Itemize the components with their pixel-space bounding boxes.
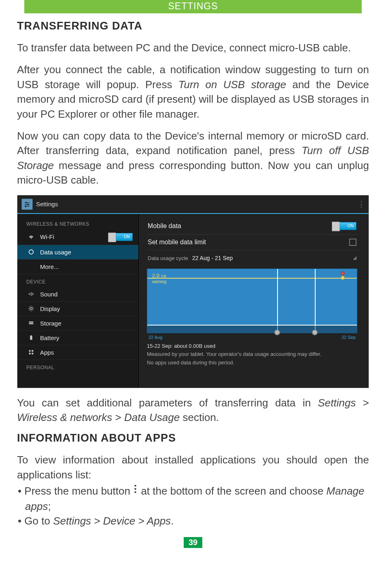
text: message and press corresponding button. … <box>17 159 369 186</box>
usage-empty: No apps used data during this period. <box>147 359 357 367</box>
svg-point-1 <box>25 202 27 203</box>
sidebar-item-label: Storage <box>40 320 62 327</box>
dropdown-icon[interactable]: ◢ <box>353 255 356 260</box>
paragraph: Now you can copy data to the Device's in… <box>17 129 369 188</box>
sound-icon <box>28 291 34 297</box>
range-handle-start[interactable] <box>274 330 280 335</box>
page-header: SETTINGS <box>24 0 362 13</box>
range-handle-end[interactable] <box>312 330 318 335</box>
text: • Go to <box>18 515 53 527</box>
data-usage-icon <box>28 249 34 255</box>
row-mobile-data[interactable]: Mobile data ON <box>147 218 357 235</box>
sidebar-item-label: Display <box>40 305 60 312</box>
text: . <box>171 515 174 527</box>
battery-icon <box>28 334 34 341</box>
warning-line[interactable] <box>147 278 357 279</box>
settings-screenshot: Settings ⋮ WIRELESS & NETWORKS Wi-Fi ON <box>17 195 369 388</box>
toggle-label: ON <box>348 224 354 228</box>
paragraph: You can set additional parameters of tra… <box>17 396 369 425</box>
sidebar-item-more[interactable]: More... <box>17 260 138 274</box>
emphasis: Data Usage <box>124 411 180 423</box>
svg-rect-11 <box>31 335 32 336</box>
text: > <box>363 397 369 409</box>
wifi-toggle[interactable]: ON <box>108 233 133 241</box>
svg-rect-8 <box>29 321 34 323</box>
text: > <box>115 411 124 423</box>
list-item: • Go to Settings > Device > Apps. <box>25 514 369 528</box>
sidebar-item-battery[interactable]: Battery <box>17 331 138 345</box>
text: at the bottom of the screen and choose <box>141 485 326 497</box>
overflow-menu-icon[interactable]: ⋮ <box>358 200 365 209</box>
bullet-list: • Press the menu button ⋯ at the bottom … <box>25 484 369 528</box>
svg-rect-14 <box>29 353 31 354</box>
text: You can set additional parameters of tra… <box>17 397 318 409</box>
limit-handle[interactable] <box>341 271 345 275</box>
text: • Press the menu button <box>18 485 133 497</box>
warning-handle[interactable] <box>341 276 345 280</box>
cycle-value: 22 Aug - 21 Sep <box>192 255 233 261</box>
svg-rect-13 <box>32 350 33 352</box>
sidebar-item-sound[interactable]: Sound <box>17 287 138 302</box>
svg-point-7 <box>30 307 32 309</box>
range-line-start <box>277 269 278 333</box>
page-number: 39 <box>184 537 202 548</box>
sidebar-item-storage[interactable]: Storage <box>17 316 138 331</box>
row-set-limit[interactable]: Set mobile data limit <box>147 235 357 250</box>
emphasis: Settings <box>318 397 356 409</box>
emphasis: Turn on USB storage <box>178 78 286 91</box>
svg-rect-10 <box>30 336 32 340</box>
warning-value: 2.0 <box>152 273 159 279</box>
wifi-icon <box>28 234 34 240</box>
svg-point-5 <box>25 205 26 207</box>
category-personal: PERSONAL <box>17 360 138 373</box>
row-cycle[interactable]: Data usage cycle 22 Aug - 21 Sep ◢ <box>147 250 357 265</box>
sidebar-item-apps[interactable]: Apps <box>17 345 138 360</box>
titlebar-title: Settings <box>36 201 58 207</box>
heading-information-apps: INFORMATION ABOUT APPS <box>17 432 369 444</box>
sidebar-item-label: Data usage <box>40 249 71 256</box>
heading-transferring-data: TRANSFERRING DATA <box>17 20 369 32</box>
usage-note: Measured by your tablet. Your operator's… <box>147 350 357 359</box>
row-label: Set mobile data limit <box>148 239 206 246</box>
checkbox-unchecked[interactable] <box>349 239 356 246</box>
page-header-title: SETTINGS <box>168 1 218 11</box>
svg-point-6 <box>29 250 34 254</box>
warning-label: 2.0 GB warning <box>152 273 166 285</box>
paragraph: After you connect the cable, a notificat… <box>17 62 369 121</box>
emphasis: Settings > Device > Apps <box>53 515 171 527</box>
axis-end: 22 Sep <box>341 335 356 340</box>
toggle-label: ON <box>124 235 130 239</box>
sidebar-item-label: Wi-Fi <box>40 233 54 240</box>
svg-rect-9 <box>29 323 34 324</box>
menu-dots-icon: ⋯ <box>129 491 142 493</box>
usage-summary: 15-22 Sep: about 0.00B used Measured by … <box>147 342 357 367</box>
text: ; <box>48 500 51 512</box>
row-label: Mobile data <box>148 222 181 230</box>
sidebar-item-label: Sound <box>40 291 57 298</box>
warning-text: warning <box>152 279 166 284</box>
sidebar-item-label: Apps <box>40 349 54 356</box>
blank-icon <box>28 263 34 270</box>
settings-sidebar: WIRELESS & NETWORKS Wi-Fi ON <box>17 214 139 388</box>
paragraph: To transfer data between PC and the Devi… <box>17 40 369 55</box>
paragraph: To view information about installed appl… <box>17 453 369 482</box>
mobile-data-toggle[interactable]: ON <box>332 222 356 230</box>
sidebar-item-label: Battery <box>40 334 59 341</box>
range-line-end <box>315 269 316 333</box>
list-item: • Press the menu button ⋯ at the bottom … <box>25 484 369 514</box>
sidebar-item-wifi[interactable]: Wi-Fi ON <box>17 229 138 245</box>
chart-axis: 22 Aug 22 Sep <box>148 335 356 340</box>
category-device: DEVICE <box>17 274 138 287</box>
sidebar-item-label: More... <box>40 263 59 270</box>
data-usage-chart[interactable]: 2.0 GB warning <box>147 269 357 333</box>
sidebar-item-data-usage[interactable]: Data usage <box>17 245 138 260</box>
sidebar-item-display[interactable]: Display <box>17 302 138 316</box>
cycle-label: Data usage cycle <box>148 255 188 261</box>
warning-unit: GB <box>161 274 166 278</box>
settings-icon <box>21 199 33 210</box>
usage-range: 15-22 Sep: about 0.00B used <box>147 342 357 351</box>
storage-icon <box>28 320 34 326</box>
range-track <box>147 325 357 333</box>
apps-icon <box>28 349 34 355</box>
detail-pane: Mobile data ON Set mobile data limit Dat… <box>139 214 369 388</box>
